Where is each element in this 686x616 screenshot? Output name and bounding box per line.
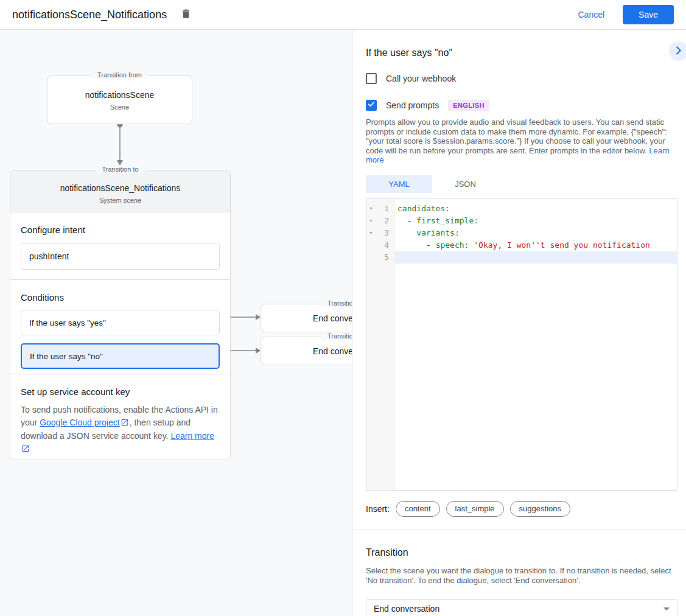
launch-icon bbox=[21, 444, 30, 457]
yaml-plain: - bbox=[397, 216, 416, 225]
condition-detail-panel: If the user says "no" Call your webhook … bbox=[352, 30, 686, 616]
prompts-description-text: Prompts allow you to provide audio and v… bbox=[366, 117, 667, 155]
code-line-active bbox=[395, 251, 677, 264]
page-title: notificationsScene_Notifications bbox=[12, 9, 167, 21]
send-prompts-checkbox[interactable] bbox=[366, 100, 377, 111]
yaml-key: first_simple: bbox=[416, 216, 478, 225]
learn-more-link[interactable]: Learn more bbox=[170, 431, 214, 441]
main-area: Transition from notificationsScene Scene… bbox=[0, 30, 686, 616]
language-badge: ENGLISH bbox=[448, 100, 489, 111]
chevron-right-icon bbox=[672, 44, 685, 59]
service-account-heading: Set up service account key bbox=[21, 387, 220, 397]
yaml-key: speech: bbox=[436, 240, 474, 250]
editor-code-area[interactable]: candidates: - first_simple: variants: - … bbox=[395, 199, 677, 490]
transition-select-value: End conversation bbox=[374, 604, 439, 614]
service-account-text: To send push notifications, enable the A… bbox=[21, 404, 220, 456]
fold-toggle-icon[interactable]: ▾ bbox=[366, 230, 376, 236]
scene-card-title: notificationsScene_Notifications bbox=[10, 170, 230, 193]
save-button[interactable]: Save bbox=[623, 5, 674, 24]
yaml-plain: - bbox=[397, 240, 436, 250]
end-conversation-node-no[interactable]: Transition to End conversation bbox=[261, 337, 352, 365]
insert-row: Insert: content last_simple suggestions bbox=[366, 501, 677, 517]
code-line: - first_simple: bbox=[395, 215, 677, 227]
code-line: candidates: bbox=[395, 203, 677, 215]
from-scene-name: notificationsScene bbox=[47, 90, 192, 100]
scene-card-header: Transition to notificationsScene_Notific… bbox=[10, 170, 230, 212]
transition-from-node[interactable]: Transition from notificationsScene Scene bbox=[47, 75, 192, 124]
launch-icon bbox=[121, 418, 129, 430]
top-bar: notificationsScene_Notifications Cancel … bbox=[0, 0, 686, 30]
service-account-section: Set up service account key To send push … bbox=[10, 374, 230, 456]
tab-json[interactable]: JSON bbox=[432, 175, 499, 193]
configure-intent-heading: Configure intent bbox=[21, 225, 220, 235]
line-number: 1 bbox=[376, 204, 394, 213]
end-conversation-node-yes[interactable]: Transition to End conversation bbox=[261, 304, 352, 332]
fold-toggle-icon[interactable]: ▾ bbox=[366, 206, 376, 211]
trash-icon bbox=[180, 8, 192, 21]
end-node-label: Transition to bbox=[321, 299, 352, 307]
line-number: 2 bbox=[376, 216, 394, 225]
condition-item-yes[interactable]: If the user says "yes" bbox=[21, 310, 220, 335]
transition-description: Select the scene you want the dialogue t… bbox=[366, 566, 677, 586]
check-icon bbox=[367, 100, 376, 111]
code-line: variants: bbox=[395, 227, 677, 239]
from-scene-type: Scene bbox=[47, 103, 192, 111]
end-node-title: End conversation bbox=[313, 313, 352, 323]
call-webhook-checkbox[interactable] bbox=[366, 73, 377, 84]
insert-chip-last-simple[interactable]: last_simple bbox=[446, 501, 504, 517]
end-node-label: Transition to bbox=[321, 332, 352, 340]
conditions-section: Conditions If the user says "yes" If the… bbox=[10, 280, 230, 374]
insert-label: Insert: bbox=[366, 504, 390, 514]
transition-select[interactable]: End conversation bbox=[366, 599, 677, 616]
configure-intent-section: Configure intent pushIntent bbox=[10, 212, 230, 280]
line-number: 4 bbox=[376, 240, 394, 250]
tab-yaml[interactable]: YAML bbox=[366, 175, 432, 193]
send-prompts-label: Send prompts bbox=[386, 100, 439, 110]
transition-heading: Transition bbox=[366, 547, 677, 558]
line-number: 3 bbox=[376, 228, 394, 237]
fold-toggle-icon[interactable]: ▾ bbox=[366, 218, 376, 223]
transition-from-label: Transition from bbox=[91, 71, 148, 79]
prompts-description: Prompts allow you to provide audio and v… bbox=[366, 117, 677, 165]
yaml-plain bbox=[397, 228, 416, 237]
line-number: 5 bbox=[376, 253, 394, 262]
yaml-string: 'Okay, I won''t send you notification bbox=[474, 240, 650, 250]
yaml-key: candidates: bbox=[397, 204, 450, 213]
insert-chip-suggestions[interactable]: suggestions bbox=[510, 501, 570, 517]
scene-flow-canvas: Transition from notificationsScene Scene… bbox=[0, 30, 352, 616]
scene-card-type: System scene bbox=[10, 197, 230, 204]
scene-card: Transition to notificationsScene_Notific… bbox=[10, 170, 231, 460]
panel-title: If the user says "no" bbox=[366, 47, 677, 58]
insert-chip-content[interactable]: content bbox=[396, 501, 440, 517]
call-webhook-label: Call your webhook bbox=[386, 74, 456, 83]
google-cloud-project-link[interactable]: Google Cloud project bbox=[40, 418, 120, 427]
conditions-heading: Conditions bbox=[21, 292, 220, 303]
webhook-row: Call your webhook bbox=[366, 73, 677, 84]
delete-scene-button[interactable] bbox=[178, 5, 194, 24]
panel-divider bbox=[352, 530, 686, 530]
cancel-button[interactable]: Cancel bbox=[578, 10, 604, 19]
chevron-down-icon bbox=[663, 607, 670, 611]
editor-format-tabs: YAML JSON bbox=[366, 175, 677, 193]
end-node-title: End conversation bbox=[313, 346, 352, 356]
editor-gutter: ▾1 ▾2 ▾3 4 5 bbox=[366, 199, 394, 490]
transition-to-label: Transition to bbox=[96, 166, 144, 173]
prompt-code-editor[interactable]: ▾1 ▾2 ▾3 4 5 candidates: - first_simple:… bbox=[366, 198, 677, 491]
collapse-panel-button[interactable] bbox=[669, 41, 686, 61]
condition-item-no[interactable]: If the user says "no" bbox=[21, 343, 220, 369]
send-prompts-row: Send prompts ENGLISH bbox=[366, 100, 677, 111]
code-line: - speech: 'Okay, I won''t send you notif… bbox=[395, 239, 677, 251]
yaml-key: variants: bbox=[416, 228, 459, 237]
intent-item-pushintent[interactable]: pushIntent bbox=[21, 243, 220, 270]
